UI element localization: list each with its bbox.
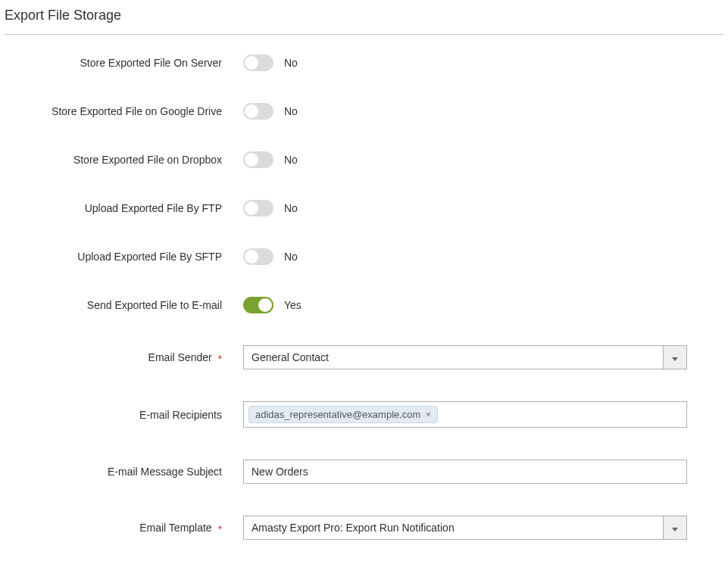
select-email-template[interactable]: Amasty Export Pro: Export Run Notificati…: [243, 516, 687, 540]
recipient-tag[interactable]: adidas_representative@example.com ×: [248, 406, 438, 423]
chevron-down-icon: [672, 351, 678, 364]
toggle-send-email-text: Yes: [284, 299, 302, 311]
select-email-template-value: Amasty Export Pro: Export Run Notificati…: [243, 516, 663, 540]
select-email-sender-caret[interactable]: [663, 345, 687, 369]
row-store-server: Store Exported File On Server No: [5, 55, 723, 71]
label-send-email: Send Exported File to E-mail: [5, 299, 243, 311]
input-email-subject[interactable]: [243, 460, 687, 484]
row-email-template: Email Template * Amasty Export Pro: Expo…: [5, 516, 723, 540]
select-email-sender[interactable]: General Contact: [243, 345, 687, 369]
tag-remove-icon[interactable]: ×: [425, 409, 431, 420]
required-star-icon: *: [218, 353, 222, 365]
label-store-dropbox: Store Exported File on Dropbox: [5, 154, 243, 166]
row-store-gdrive: Store Exported File on Google Drive No: [5, 103, 723, 120]
section-title: Export File Storage: [5, 0, 723, 35]
toggle-upload-ftp-text: No: [284, 202, 298, 214]
label-email-subject: E-mail Message Subject: [5, 466, 243, 478]
label-store-gdrive: Store Exported File on Google Drive: [5, 105, 243, 117]
row-send-email: Send Exported File to E-mail Yes: [5, 297, 723, 313]
recipient-tag-text: adidas_representative@example.com: [255, 409, 420, 420]
label-store-server: Store Exported File On Server: [5, 57, 243, 69]
toggle-upload-sftp[interactable]: [243, 248, 273, 265]
toggle-store-dropbox[interactable]: [243, 151, 273, 168]
required-star-icon: *: [218, 523, 222, 535]
select-email-template-caret[interactable]: [663, 516, 687, 540]
toggle-upload-sftp-text: No: [284, 251, 298, 263]
select-email-sender-value: General Contact: [243, 345, 663, 369]
toggle-store-gdrive-text: No: [284, 105, 298, 117]
chevron-down-icon: [672, 521, 678, 534]
row-upload-sftp: Upload Exported File By SFTP No: [5, 248, 723, 265]
toggle-store-server[interactable]: [243, 55, 273, 71]
toggle-store-dropbox-text: No: [284, 154, 298, 166]
toggle-send-email[interactable]: [243, 297, 273, 313]
label-email-sender: Email Sender *: [5, 351, 243, 363]
label-upload-ftp: Upload Exported File By FTP: [5, 202, 243, 214]
label-email-template: Email Template *: [5, 522, 243, 534]
row-upload-ftp: Upload Exported File By FTP No: [5, 200, 723, 217]
row-email-recipients: E-mail Recipients adidas_representative@…: [5, 401, 723, 428]
toggle-upload-ftp[interactable]: [243, 200, 273, 217]
toggle-store-server-text: No: [284, 57, 298, 69]
row-store-dropbox: Store Exported File on Dropbox No: [5, 151, 723, 168]
toggle-store-gdrive[interactable]: [243, 103, 273, 120]
label-email-recipients: E-mail Recipients: [5, 409, 243, 421]
row-email-sender: Email Sender * General Contact: [5, 345, 723, 369]
label-email-template-text: Email Template: [139, 522, 211, 534]
row-email-subject: E-mail Message Subject: [5, 460, 723, 484]
label-email-sender-text: Email Sender: [148, 351, 212, 363]
input-email-recipients[interactable]: adidas_representative@example.com ×: [243, 401, 687, 428]
label-upload-sftp: Upload Exported File By SFTP: [5, 251, 243, 263]
